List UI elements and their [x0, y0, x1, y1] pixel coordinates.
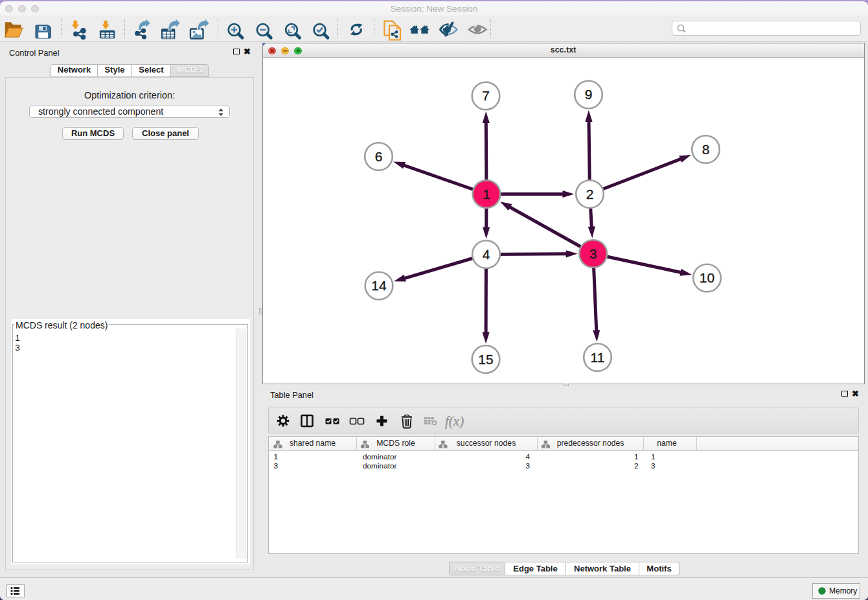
svg-text:15: 15 [478, 352, 493, 367]
svg-text:f(x): f(x) [445, 413, 464, 429]
svg-text:8: 8 [702, 142, 709, 157]
svg-text:9: 9 [584, 87, 592, 102]
svg-text:2: 2 [586, 187, 593, 202]
svg-text:11: 11 [590, 350, 604, 365]
svg-text:7: 7 [482, 88, 490, 103]
svg-text:1: 1 [483, 187, 490, 202]
svg-text:10: 10 [699, 270, 714, 285]
svg-text:4: 4 [482, 247, 490, 262]
svg-text:14: 14 [371, 278, 387, 293]
svg-text:3: 3 [589, 246, 597, 261]
svg-text:6: 6 [374, 149, 382, 164]
